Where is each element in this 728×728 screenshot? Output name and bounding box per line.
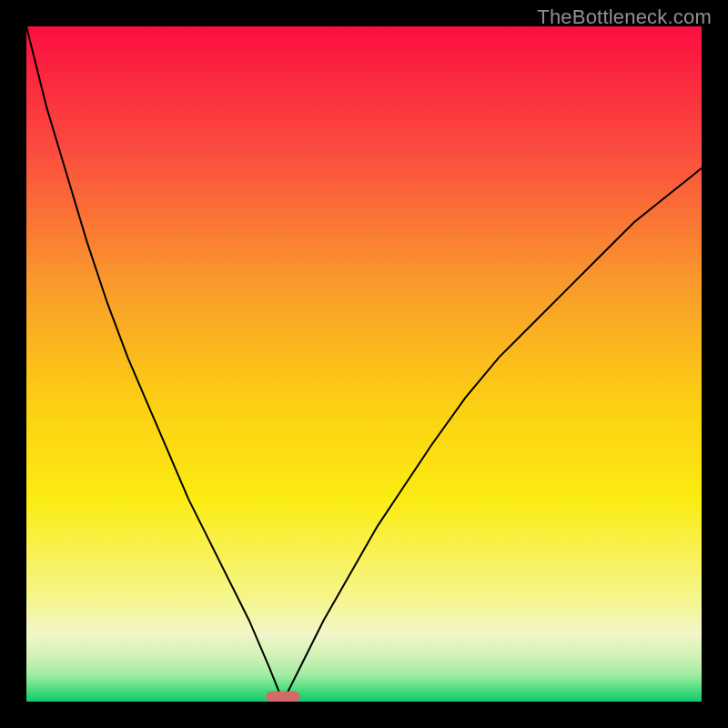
bottleneck-curve — [26, 26, 702, 702]
curve-left-path — [26, 26, 283, 702]
chart-frame — [26, 26, 702, 702]
curve-right-path — [283, 168, 702, 702]
optimum-marker — [266, 692, 299, 702]
